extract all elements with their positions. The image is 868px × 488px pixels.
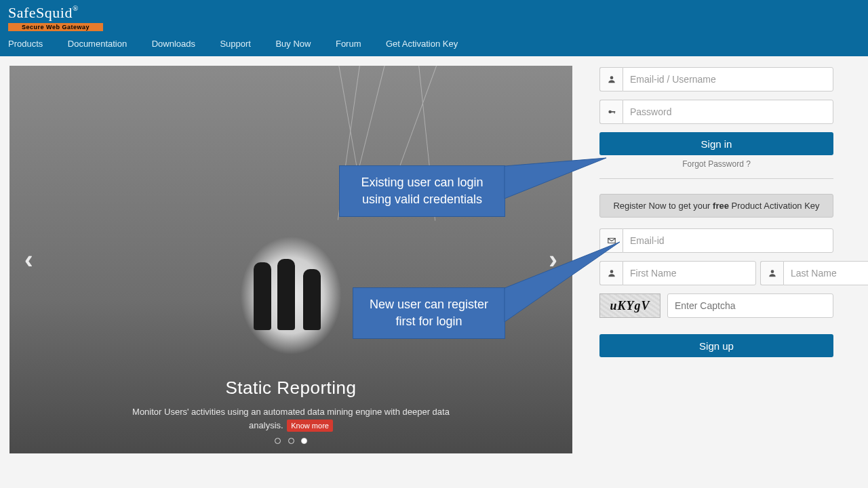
nav-documentation[interactable]: Documentation bbox=[68, 39, 127, 49]
nav-buy-now[interactable]: Buy Now bbox=[275, 39, 311, 49]
carousel-dot-2[interactable] bbox=[288, 438, 294, 444]
forgot-password-link[interactable]: Forgot Password ? bbox=[599, 159, 833, 169]
carousel-dot-1[interactable] bbox=[275, 438, 281, 444]
brand-tagline: Secure Web Gateway bbox=[8, 23, 103, 31]
password-row bbox=[599, 100, 833, 124]
auth-panel: Sign in Forgot Password ? Register Now t… bbox=[599, 66, 833, 453]
nav-activation-key[interactable]: Get Activation Key bbox=[386, 39, 458, 49]
password-field[interactable] bbox=[623, 100, 833, 124]
svg-marker-6 bbox=[505, 158, 606, 199]
hero-carousel: ‹ › Static Reporting Monitor Users' acti… bbox=[9, 66, 572, 453]
last-name-field[interactable] bbox=[783, 261, 868, 285]
svg-marker-7 bbox=[505, 242, 620, 322]
svg-point-1 bbox=[608, 110, 612, 114]
main-nav: Products Documentation Downloads Support… bbox=[0, 32, 868, 56]
carousel-title: Static Reporting bbox=[9, 378, 572, 399]
user-icon bbox=[760, 261, 783, 285]
username-field[interactable] bbox=[623, 67, 833, 92]
callout-login: Existing user can login using valid cred… bbox=[339, 165, 505, 217]
nav-support[interactable]: Support bbox=[220, 39, 251, 49]
brand-logo[interactable]: SafeSquid® Secure Web Gateway bbox=[8, 4, 103, 31]
svg-point-0 bbox=[610, 76, 613, 79]
know-more-button[interactable]: Know more bbox=[287, 420, 333, 432]
carousel-dot-3[interactable] bbox=[301, 438, 307, 444]
svg-rect-3 bbox=[614, 111, 614, 114]
callout-register: New user can register first for login bbox=[353, 287, 505, 339]
carousel-silhouette bbox=[213, 228, 369, 378]
carousel-caption: Static Reporting Monitor Users' activiti… bbox=[9, 378, 572, 432]
reg-email-row bbox=[599, 228, 833, 253]
first-name-field[interactable] bbox=[623, 261, 756, 285]
topbar: SafeSquid® Secure Web Gateway bbox=[0, 0, 868, 32]
username-row bbox=[599, 67, 833, 92]
brand-name: SafeSquid® bbox=[8, 4, 79, 21]
captcha-field[interactable] bbox=[667, 293, 833, 318]
signup-button[interactable]: Sign up bbox=[599, 334, 833, 357]
register-banner: Register Now to get your free Product Ac… bbox=[599, 194, 833, 218]
reg-email-field[interactable] bbox=[623, 228, 833, 253]
nav-downloads[interactable]: Downloads bbox=[152, 39, 195, 49]
key-icon bbox=[599, 100, 623, 124]
panel-divider bbox=[599, 178, 833, 179]
carousel-prev-icon[interactable]: ‹ bbox=[24, 245, 33, 274]
carousel-desc: Monitor Users' activities using an autom… bbox=[128, 405, 454, 432]
nav-forum[interactable]: Forum bbox=[336, 39, 361, 49]
reg-name-row bbox=[599, 261, 833, 285]
signin-button[interactable]: Sign in bbox=[599, 132, 833, 155]
captcha-row: uKYgV bbox=[599, 293, 833, 318]
user-icon bbox=[599, 67, 623, 92]
nav-products[interactable]: Products bbox=[8, 39, 43, 49]
svg-point-5 bbox=[770, 270, 774, 273]
carousel-dots bbox=[9, 434, 572, 447]
